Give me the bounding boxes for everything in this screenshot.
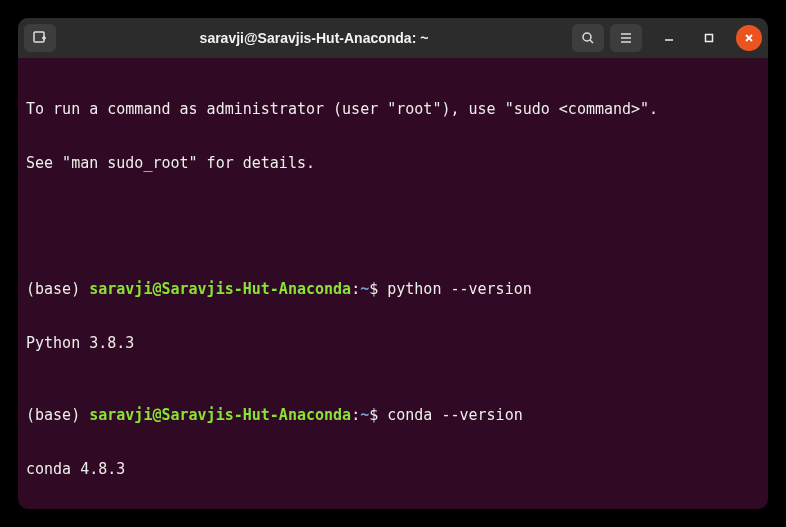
command-1: python --version	[387, 280, 532, 298]
minimize-icon	[663, 32, 675, 44]
svg-point-3	[583, 33, 591, 41]
prompt-colon: :	[351, 280, 360, 298]
prompt-line-1: (base) saravji@Saravjis-Hut-Anaconda:~$ …	[26, 280, 760, 298]
hamburger-icon	[618, 30, 634, 46]
prompt-userhost: saravji@Saravjis-Hut-Anaconda	[89, 406, 351, 424]
prompt-line-2: (base) saravji@Saravjis-Hut-Anaconda:~$ …	[26, 406, 760, 424]
terminal-body[interactable]: To run a command as administrator (user …	[18, 58, 768, 509]
close-button[interactable]	[736, 25, 762, 51]
output-1: Python 3.8.3	[26, 334, 760, 352]
terminal-window: saravji@Saravjis-Hut-Anaconda: ~	[18, 18, 768, 509]
prompt-colon: :	[351, 406, 360, 424]
maximize-button[interactable]	[696, 25, 722, 51]
new-tab-button[interactable]	[24, 24, 56, 52]
prompt-userhost: saravji@Saravjis-Hut-Anaconda	[89, 280, 351, 298]
minimize-button[interactable]	[656, 25, 682, 51]
prompt-path: ~	[360, 406, 369, 424]
close-icon	[743, 32, 755, 44]
window-title: saravji@Saravjis-Hut-Anaconda: ~	[62, 30, 566, 46]
search-icon	[580, 30, 596, 46]
prompt-env: (base)	[26, 280, 89, 298]
prompt-env: (base)	[26, 406, 89, 424]
svg-rect-0	[34, 32, 44, 42]
command-2: conda --version	[387, 406, 522, 424]
maximize-icon	[703, 32, 715, 44]
prompt-path: ~	[360, 280, 369, 298]
intro-line1: To run a command as administrator (user …	[26, 100, 760, 118]
svg-rect-9	[706, 35, 713, 42]
blank-line	[26, 208, 760, 226]
svg-line-4	[590, 40, 593, 43]
titlebar: saravji@Saravjis-Hut-Anaconda: ~	[18, 18, 768, 58]
menu-button[interactable]	[610, 24, 642, 52]
output-2: conda 4.8.3	[26, 460, 760, 478]
search-button[interactable]	[572, 24, 604, 52]
new-tab-icon	[32, 30, 48, 46]
prompt-dollar: $	[369, 280, 387, 298]
prompt-dollar: $	[369, 406, 387, 424]
intro-line2: See "man sudo_root" for details.	[26, 154, 760, 172]
